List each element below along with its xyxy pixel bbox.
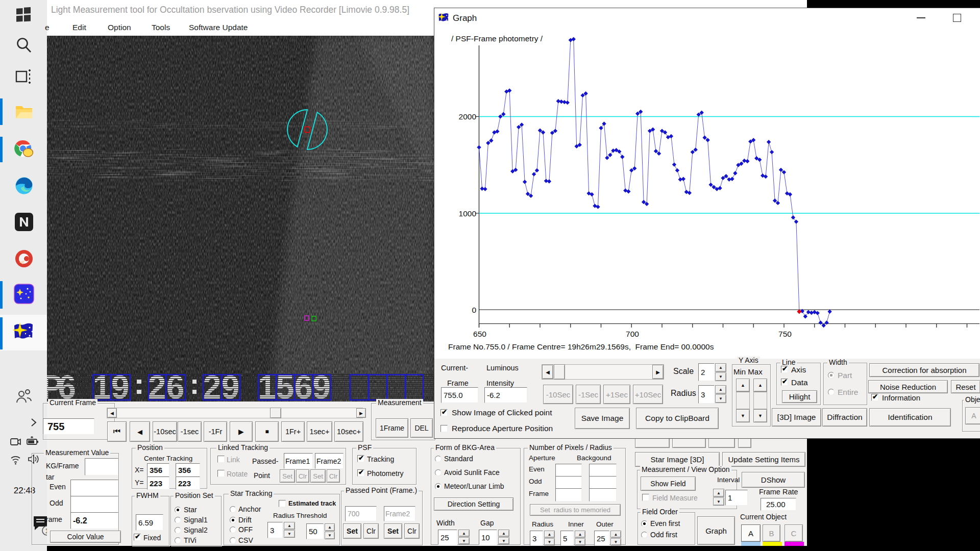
svg-text:/ PSF-Frame photometry /: / PSF-Frame photometry / bbox=[451, 34, 543, 43]
svg-text:0: 0 bbox=[472, 306, 476, 314]
svg-text:Frame No.755.0 / Frame Centre=: Frame No.755.0 / Frame Centre= 19h26m29.… bbox=[448, 342, 714, 351]
svg-text:650: 650 bbox=[473, 330, 486, 338]
svg-text:750: 750 bbox=[778, 330, 792, 338]
svg-text:2000: 2000 bbox=[459, 112, 477, 121]
svg-text:700: 700 bbox=[626, 330, 639, 338]
svg-text:1000: 1000 bbox=[459, 209, 477, 218]
